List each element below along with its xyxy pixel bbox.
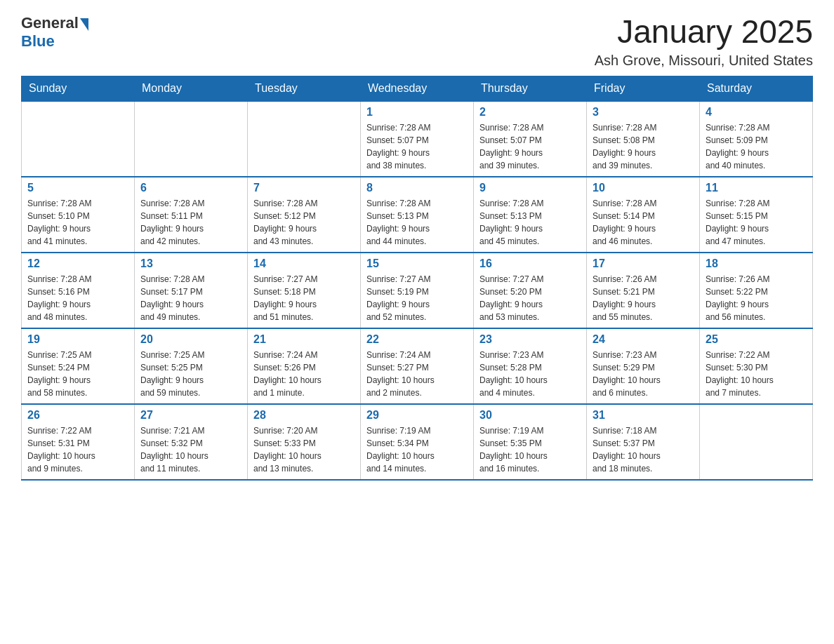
- weekday-header-row: SundayMondayTuesdayWednesdayThursdayFrid…: [22, 76, 813, 101]
- day-info: Sunrise: 7:22 AM Sunset: 5:30 PM Dayligh…: [706, 349, 807, 399]
- day-number: 28: [253, 409, 355, 422]
- calendar-cell: 2Sunrise: 7:28 AM Sunset: 5:07 PM Daylig…: [474, 101, 587, 177]
- calendar-cell: 22Sunrise: 7:24 AM Sunset: 5:27 PM Dayli…: [361, 328, 474, 404]
- weekday-header-sunday: Sunday: [22, 76, 135, 101]
- day-number: 4: [706, 106, 807, 119]
- calendar-cell: 14Sunrise: 7:27 AM Sunset: 5:18 PM Dayli…: [248, 253, 361, 328]
- calendar-week-row: 1Sunrise: 7:28 AM Sunset: 5:07 PM Daylig…: [22, 101, 813, 177]
- calendar-cell: 26Sunrise: 7:22 AM Sunset: 5:31 PM Dayli…: [22, 404, 135, 480]
- day-number: 27: [140, 409, 241, 422]
- day-number: 14: [253, 257, 355, 270]
- day-number: 12: [27, 257, 128, 270]
- weekday-header-wednesday: Wednesday: [361, 76, 474, 101]
- day-number: 2: [479, 106, 581, 119]
- day-info: Sunrise: 7:22 AM Sunset: 5:31 PM Dayligh…: [27, 424, 128, 475]
- calendar-cell: 24Sunrise: 7:23 AM Sunset: 5:29 PM Dayli…: [587, 328, 700, 404]
- day-info: Sunrise: 7:28 AM Sunset: 5:07 PM Dayligh…: [366, 121, 468, 172]
- calendar-cell: 7Sunrise: 7:28 AM Sunset: 5:12 PM Daylig…: [248, 177, 361, 253]
- day-number: 26: [27, 409, 128, 422]
- day-number: 20: [140, 333, 241, 346]
- calendar-cell: 28Sunrise: 7:20 AM Sunset: 5:33 PM Dayli…: [248, 404, 361, 480]
- calendar-cell: 9Sunrise: 7:28 AM Sunset: 5:13 PM Daylig…: [474, 177, 587, 253]
- calendar-cell: 3Sunrise: 7:28 AM Sunset: 5:08 PM Daylig…: [587, 101, 700, 177]
- calendar-cell: [248, 101, 361, 177]
- calendar-cell: 12Sunrise: 7:28 AM Sunset: 5:16 PM Dayli…: [22, 253, 135, 328]
- calendar-cell: 29Sunrise: 7:19 AM Sunset: 5:34 PM Dayli…: [361, 404, 474, 480]
- day-info: Sunrise: 7:24 AM Sunset: 5:27 PM Dayligh…: [366, 349, 468, 399]
- day-number: 25: [706, 333, 807, 346]
- calendar-week-row: 19Sunrise: 7:25 AM Sunset: 5:24 PM Dayli…: [22, 328, 813, 404]
- calendar-cell: 11Sunrise: 7:28 AM Sunset: 5:15 PM Dayli…: [700, 177, 813, 253]
- day-info: Sunrise: 7:28 AM Sunset: 5:17 PM Dayligh…: [140, 273, 241, 323]
- calendar-cell: 21Sunrise: 7:24 AM Sunset: 5:26 PM Dayli…: [248, 328, 361, 404]
- calendar-cell: [22, 101, 135, 177]
- logo-blue-text: Blue: [21, 32, 55, 50]
- day-info: Sunrise: 7:23 AM Sunset: 5:29 PM Dayligh…: [593, 349, 694, 399]
- page-header: General Blue January 2025 Ash Grove, Mis…: [21, 14, 813, 69]
- day-number: 31: [593, 409, 694, 422]
- location-subtitle: Ash Grove, Missouri, United States: [595, 53, 813, 69]
- calendar-cell: 15Sunrise: 7:27 AM Sunset: 5:19 PM Dayli…: [361, 253, 474, 328]
- day-number: 11: [706, 182, 807, 194]
- day-info: Sunrise: 7:28 AM Sunset: 5:14 PM Dayligh…: [593, 197, 694, 248]
- day-number: 19: [27, 333, 128, 346]
- day-info: Sunrise: 7:24 AM Sunset: 5:26 PM Dayligh…: [253, 349, 355, 399]
- calendar-week-row: 5Sunrise: 7:28 AM Sunset: 5:10 PM Daylig…: [22, 177, 813, 253]
- calendar-cell: 31Sunrise: 7:18 AM Sunset: 5:37 PM Dayli…: [587, 404, 700, 480]
- day-info: Sunrise: 7:27 AM Sunset: 5:18 PM Dayligh…: [253, 273, 355, 323]
- day-info: Sunrise: 7:28 AM Sunset: 5:13 PM Dayligh…: [479, 197, 581, 248]
- day-number: 5: [27, 182, 128, 194]
- weekday-header-thursday: Thursday: [474, 76, 587, 101]
- calendar-cell: 16Sunrise: 7:27 AM Sunset: 5:20 PM Dayli…: [474, 253, 587, 328]
- day-number: 7: [253, 182, 355, 194]
- day-number: 18: [706, 257, 807, 270]
- calendar-cell: 13Sunrise: 7:28 AM Sunset: 5:17 PM Dayli…: [135, 253, 248, 328]
- calendar-cell: 25Sunrise: 7:22 AM Sunset: 5:30 PM Dayli…: [700, 328, 813, 404]
- day-info: Sunrise: 7:26 AM Sunset: 5:21 PM Dayligh…: [593, 273, 694, 323]
- day-number: 22: [366, 333, 468, 346]
- day-number: 6: [140, 182, 241, 194]
- calendar-cell: 4Sunrise: 7:28 AM Sunset: 5:09 PM Daylig…: [700, 101, 813, 177]
- calendar-cell: 8Sunrise: 7:28 AM Sunset: 5:13 PM Daylig…: [361, 177, 474, 253]
- day-info: Sunrise: 7:28 AM Sunset: 5:15 PM Dayligh…: [706, 197, 807, 248]
- day-number: 17: [593, 257, 694, 270]
- day-info: Sunrise: 7:28 AM Sunset: 5:10 PM Dayligh…: [27, 197, 128, 248]
- calendar-cell: 6Sunrise: 7:28 AM Sunset: 5:11 PM Daylig…: [135, 177, 248, 253]
- calendar-week-row: 26Sunrise: 7:22 AM Sunset: 5:31 PM Dayli…: [22, 404, 813, 480]
- calendar-cell: 18Sunrise: 7:26 AM Sunset: 5:22 PM Dayli…: [700, 253, 813, 328]
- calendar-cell: 17Sunrise: 7:26 AM Sunset: 5:21 PM Dayli…: [587, 253, 700, 328]
- calendar-cell: 1Sunrise: 7:28 AM Sunset: 5:07 PM Daylig…: [361, 101, 474, 177]
- weekday-header-monday: Monday: [135, 76, 248, 101]
- day-number: 15: [366, 257, 468, 270]
- day-info: Sunrise: 7:28 AM Sunset: 5:13 PM Dayligh…: [366, 197, 468, 248]
- day-number: 24: [593, 333, 694, 346]
- day-number: 10: [593, 182, 694, 194]
- day-number: 23: [479, 333, 581, 346]
- day-info: Sunrise: 7:28 AM Sunset: 5:07 PM Dayligh…: [479, 121, 581, 172]
- day-number: 8: [366, 182, 468, 194]
- day-info: Sunrise: 7:28 AM Sunset: 5:12 PM Dayligh…: [253, 197, 355, 248]
- day-number: 21: [253, 333, 355, 346]
- calendar-cell: 23Sunrise: 7:23 AM Sunset: 5:28 PM Dayli…: [474, 328, 587, 404]
- day-number: 13: [140, 257, 241, 270]
- day-info: Sunrise: 7:28 AM Sunset: 5:11 PM Dayligh…: [140, 197, 241, 248]
- calendar-cell: 10Sunrise: 7:28 AM Sunset: 5:14 PM Dayli…: [587, 177, 700, 253]
- day-info: Sunrise: 7:23 AM Sunset: 5:28 PM Dayligh…: [479, 349, 581, 399]
- calendar-cell: 27Sunrise: 7:21 AM Sunset: 5:32 PM Dayli…: [135, 404, 248, 480]
- weekday-header-tuesday: Tuesday: [248, 76, 361, 101]
- day-number: 30: [479, 409, 581, 422]
- day-number: 3: [593, 106, 694, 119]
- day-info: Sunrise: 7:26 AM Sunset: 5:22 PM Dayligh…: [706, 273, 807, 323]
- calendar-cell: [135, 101, 248, 177]
- day-info: Sunrise: 7:20 AM Sunset: 5:33 PM Dayligh…: [253, 424, 355, 475]
- title-section: January 2025 Ash Grove, Missouri, United…: [595, 14, 813, 69]
- day-info: Sunrise: 7:28 AM Sunset: 5:16 PM Dayligh…: [27, 273, 128, 323]
- day-info: Sunrise: 7:28 AM Sunset: 5:09 PM Dayligh…: [706, 121, 807, 172]
- day-number: 16: [479, 257, 581, 270]
- logo: General Blue: [21, 14, 88, 51]
- weekday-header-friday: Friday: [587, 76, 700, 101]
- day-info: Sunrise: 7:18 AM Sunset: 5:37 PM Dayligh…: [593, 424, 694, 475]
- logo-arrow-icon: [80, 18, 88, 31]
- day-info: Sunrise: 7:19 AM Sunset: 5:34 PM Dayligh…: [366, 424, 468, 475]
- calendar-cell: 20Sunrise: 7:25 AM Sunset: 5:25 PM Dayli…: [135, 328, 248, 404]
